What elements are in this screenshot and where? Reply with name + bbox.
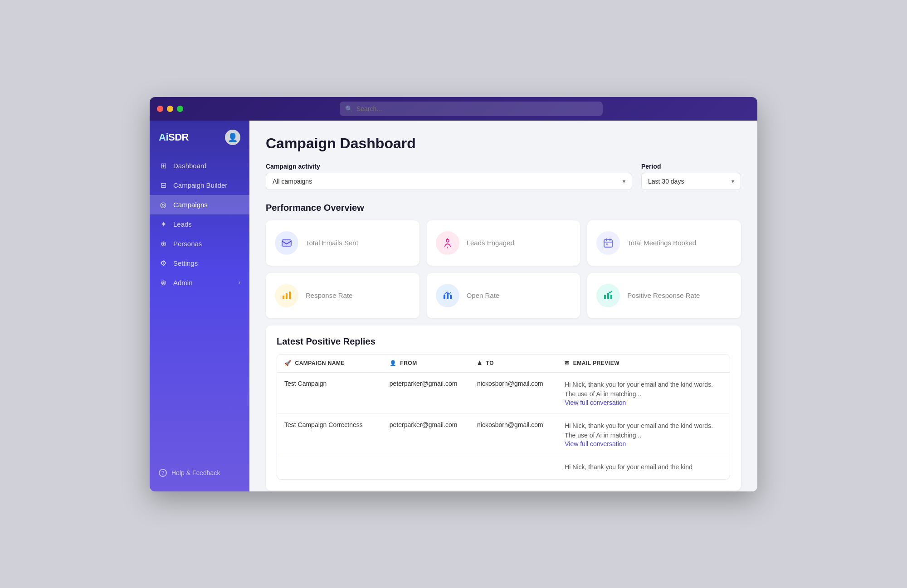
metric-card-response-rate: Response Rate xyxy=(266,273,419,318)
campaigns-icon: ◎ xyxy=(159,200,168,209)
metric-card-total-emails-sent: Total Emails Sent xyxy=(266,220,419,266)
period-label: Period xyxy=(641,163,741,170)
view-conversation-link[interactable]: View full conversation xyxy=(565,399,722,406)
preview-cell: Hi Nick, thank you for your email and th… xyxy=(565,462,722,472)
sidebar-item-label: Admin xyxy=(173,279,193,287)
view-conversation-link[interactable]: View full conversation xyxy=(565,440,722,447)
period-select[interactable]: Last 30 days ▾ xyxy=(641,173,741,190)
chevron-right-icon: › xyxy=(239,279,240,286)
sidebar-item-personas[interactable]: ⊕ Personas xyxy=(150,234,249,253)
metric-label-open-rate: Open Rate xyxy=(467,292,500,299)
svg-rect-19 xyxy=(610,295,612,299)
metric-card-positive-response-rate: Positive Response Rate xyxy=(587,273,741,318)
settings-icon: ⚙ xyxy=(159,259,168,267)
sidebar-item-campaign-builder[interactable]: ⊟ Campaign Builder xyxy=(150,175,249,195)
svg-point-2 xyxy=(446,239,449,242)
th-to: ♟ TO xyxy=(477,360,565,366)
help-icon: ? xyxy=(159,469,167,477)
th-campaign-name: 🚀 CAMPAIGN NAME xyxy=(284,360,390,366)
to-cell: nickosborn@gmail.com xyxy=(477,421,565,428)
svg-rect-15 xyxy=(450,295,452,299)
performance-section-title: Performance Overview xyxy=(266,203,741,213)
campaign-name-cell: Test Campaign xyxy=(284,380,390,387)
svg-rect-14 xyxy=(447,293,449,299)
metric-label-positive-response-rate: Positive Response Rate xyxy=(627,292,700,299)
sidebar-item-leads[interactable]: ✦ Leads xyxy=(150,214,249,234)
latest-replies-section: Latest Positive Replies 🚀 CAMPAIGN NAME … xyxy=(266,326,741,491)
campaign-select-value: All campaigns xyxy=(273,178,312,185)
positive-response-icon xyxy=(596,284,620,307)
sidebar-item-admin[interactable]: ⊛ Admin › xyxy=(150,273,249,292)
figure-icon: ♟ xyxy=(477,360,483,366)
help-label: Help & Feedback xyxy=(171,469,220,476)
metric-label-total-emails-sent: Total Emails Sent xyxy=(306,239,358,247)
campaign-select[interactable]: All campaigns ▾ xyxy=(266,173,632,190)
email-icon: ✉ xyxy=(565,360,570,366)
preview-cell: Hi Nick, thank you for your email and th… xyxy=(565,421,722,447)
search-input[interactable] xyxy=(356,105,597,112)
sidebar: AiSDR 👤 ⊞ Dashboard ⊟ Campaign Builder ◎… xyxy=(150,121,249,491)
sidebar-item-settings[interactable]: ⚙ Settings xyxy=(150,253,249,273)
sidebar-item-label: Settings xyxy=(173,259,198,267)
leads-engaged-icon xyxy=(436,231,459,255)
to-cell: nickosborn@gmail.com xyxy=(477,380,565,387)
campaign-activity-label: Campaign activity xyxy=(266,163,632,170)
svg-line-16 xyxy=(450,292,451,293)
sidebar-item-dashboard[interactable]: ⊞ Dashboard xyxy=(150,156,249,175)
campaign-name-cell: Test Campaign Correctness xyxy=(284,421,390,428)
svg-rect-17 xyxy=(604,295,606,299)
window-buttons xyxy=(157,106,183,112)
table-row: Hi Nick, thank you for your email and th… xyxy=(277,455,730,479)
sidebar-item-campaigns[interactable]: ◎ Campaigns xyxy=(150,195,249,214)
sidebar-item-label: Campaigns xyxy=(173,201,208,209)
minimize-button[interactable] xyxy=(167,106,173,112)
open-rate-icon xyxy=(436,284,459,307)
filter-row: Campaign activity All campaigns ▾ Period… xyxy=(266,163,741,190)
period-filter: Period Last 30 days ▾ xyxy=(641,163,741,190)
metric-label-total-meetings-booked: Total Meetings Booked xyxy=(627,239,696,247)
maximize-button[interactable] xyxy=(177,106,183,112)
svg-rect-0 xyxy=(282,240,291,246)
personas-icon: ⊕ xyxy=(159,239,168,248)
period-select-value: Last 30 days xyxy=(648,178,684,185)
preview-cell: Hi Nick, thank you for your email and th… xyxy=(565,380,722,406)
latest-section-title: Latest Positive Replies xyxy=(277,336,730,347)
sidebar-item-label: Dashboard xyxy=(173,162,206,170)
th-email-preview: ✉ EMAIL PREVIEW xyxy=(565,360,722,366)
campaign-activity-filter: Campaign activity All campaigns ▾ xyxy=(266,163,632,190)
svg-rect-11 xyxy=(286,293,288,299)
avatar[interactable]: 👤 xyxy=(225,130,240,145)
preview-text: Hi Nick, thank you for your email and th… xyxy=(565,380,722,399)
campaign-builder-icon: ⊟ xyxy=(159,181,168,190)
app-window: 🔍 AiSDR 👤 ⊞ Dashboard ⊟ Campaign Builder xyxy=(150,97,757,491)
search-bar[interactable]: 🔍 xyxy=(340,102,603,116)
metrics-grid-2: Response Rate Open Rate xyxy=(266,273,741,318)
help-feedback-item[interactable]: ? Help & Feedback xyxy=(150,463,249,482)
search-icon: 🔍 xyxy=(345,105,353,112)
svg-rect-13 xyxy=(444,295,445,299)
meetings-icon xyxy=(596,231,620,255)
titlebar: 🔍 xyxy=(150,97,757,121)
svg-rect-10 xyxy=(283,296,284,299)
metric-card-total-meetings-booked: Total Meetings Booked xyxy=(587,220,741,266)
svg-rect-5 xyxy=(604,240,612,247)
metric-card-leads-engaged: Leads Engaged xyxy=(427,220,580,266)
replies-table: 🚀 CAMPAIGN NAME 👤 FROM ♟ TO ✉ xyxy=(277,354,730,480)
close-button[interactable] xyxy=(157,106,163,112)
brand-name: AiSDR xyxy=(159,131,189,143)
table-row: Test Campaign peterparker@gmail.com nick… xyxy=(277,373,730,414)
table-header: 🚀 CAMPAIGN NAME 👤 FROM ♟ TO ✉ xyxy=(277,355,730,373)
sidebar-item-label: Personas xyxy=(173,240,202,248)
preview-text: Hi Nick, thank you for your email and th… xyxy=(565,462,722,472)
sidebar-item-label: Campaign Builder xyxy=(173,181,227,189)
person-icon: 👤 xyxy=(390,360,397,366)
chevron-down-icon: ▾ xyxy=(731,178,734,185)
leads-icon: ✦ xyxy=(159,220,168,228)
from-cell: peterparker@gmail.com xyxy=(390,421,477,428)
sidebar-item-label: Leads xyxy=(173,220,192,228)
dashboard-icon: ⊞ xyxy=(159,161,168,170)
from-cell: peterparker@gmail.com xyxy=(390,380,477,387)
svg-rect-18 xyxy=(607,293,609,299)
metric-card-open-rate: Open Rate xyxy=(427,273,580,318)
metric-label-leads-engaged: Leads Engaged xyxy=(467,239,514,247)
